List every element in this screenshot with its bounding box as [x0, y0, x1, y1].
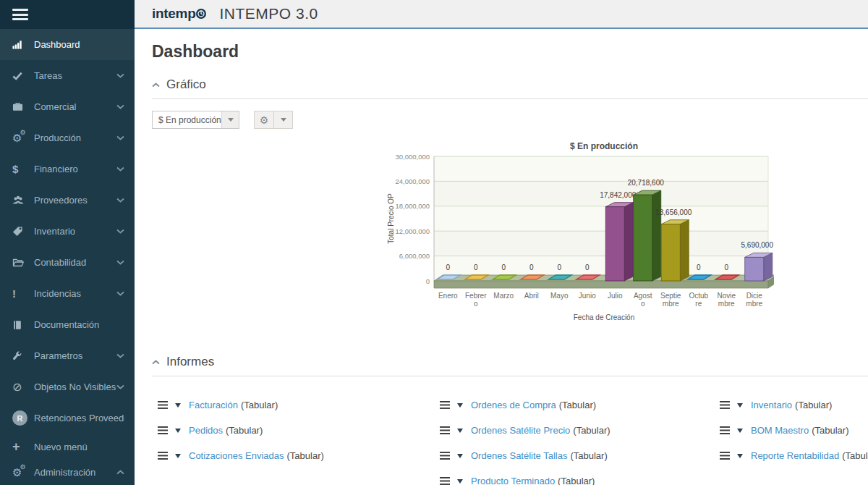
report-link[interactable]: BOM Maestro	[751, 425, 809, 436]
dollar-icon: $	[12, 163, 34, 175]
chart-metric-select-value: $ En producción	[153, 111, 221, 128]
section-header-grafico[interactable]: Gráfico	[152, 77, 851, 92]
sidebar-item-administracion[interactable]: ⚙⚙Administración	[0, 460, 135, 485]
production-chart: 06,000,00012,000,00018,000,00024,000,000…	[383, 138, 774, 333]
caret-down-icon[interactable]	[457, 479, 463, 484]
menu-icon[interactable]	[440, 401, 450, 409]
caret-down-icon[interactable]	[457, 403, 463, 408]
svg-text:18,000,000: 18,000,000	[395, 202, 430, 210]
clock-o-icon	[196, 9, 206, 19]
svg-text:Octub: Octub	[689, 292, 708, 300]
sidebar-item-documentacion[interactable]: Documentación	[0, 309, 135, 340]
app-title: INTEMPO 3.0	[219, 5, 318, 22]
sidebar-item-label: Nuevo menú	[34, 442, 124, 452]
sidebar: DashboardTareasComercial⚙⚙Producción$Fin…	[0, 0, 135, 485]
report-type: (Tabular)	[573, 425, 610, 436]
svg-text:6,000,000: 6,000,000	[399, 252, 430, 260]
caret-down-icon[interactable]	[175, 429, 181, 433]
report-link[interactable]: Ordenes Satélite Tallas	[471, 450, 567, 461]
caret-down-icon[interactable]	[737, 454, 743, 458]
chevron-up-icon	[152, 83, 160, 88]
sidebar-menu: DashboardTareasComercial⚙⚙Producción$Fin…	[0, 29, 135, 485]
svg-text:Junio: Junio	[579, 292, 596, 300]
caret-down-icon[interactable]	[175, 454, 181, 458]
reports-column-1: Facturación(Tabular)Pedidos(Tabular)Coti…	[158, 392, 324, 468]
sidebar-item-comercial[interactable]: Comercial	[0, 91, 135, 122]
divider	[152, 98, 868, 99]
svg-text:0: 0	[724, 263, 728, 271]
report-item-pedidos: Pedidos(Tabular)	[158, 418, 324, 443]
chevron-up-icon	[152, 360, 160, 365]
sidebar-item-label: Administración	[34, 467, 116, 478]
chevron-down-icon	[116, 166, 124, 172]
chevron-down-icon	[116, 384, 124, 389]
svg-text:Mayo: Mayo	[550, 292, 569, 300]
sidebar-item-retenciones-proveedor[interactable]: RRetenciones Proveedor	[0, 402, 135, 434]
report-link[interactable]: Cotizaciones Enviadas	[189, 450, 284, 461]
sidebar-item-nuevo-menu[interactable]: +Nuevo menú	[0, 434, 135, 460]
report-link[interactable]: Ordenes Satélite Precio	[471, 425, 570, 436]
report-type: (Tabular)	[287, 450, 324, 461]
caret-down-icon[interactable]	[737, 403, 743, 408]
svg-text:o: o	[641, 300, 645, 308]
menu-icon[interactable]	[720, 401, 730, 409]
chevron-down-icon	[116, 229, 124, 234]
menu-icon[interactable]	[158, 401, 168, 409]
report-link[interactable]: Pedidos	[189, 425, 223, 436]
sidebar-item-dashboard[interactable]: Dashboard	[0, 29, 135, 60]
menu-icon[interactable]	[440, 426, 450, 434]
menu-icon[interactable]	[720, 452, 730, 460]
svg-text:Dicie: Dicie	[746, 292, 763, 300]
sidebar-item-label: Financiero	[34, 164, 116, 174]
divider	[152, 376, 868, 376]
svg-text:$ En producción: $ En producción	[570, 141, 638, 151]
menu-icon[interactable]	[720, 426, 730, 434]
sidebar-item-tareas[interactable]: Tareas	[0, 60, 135, 91]
chevron-down-icon	[228, 118, 234, 122]
intempo-logo[interactable]: intemp	[152, 6, 206, 22]
report-type: (Tabular)	[226, 425, 263, 436]
chevron-up-icon	[116, 470, 124, 475]
select-arrow-button[interactable]	[221, 111, 239, 128]
chevron-down-icon	[116, 260, 124, 265]
menu-icon[interactable]	[158, 452, 168, 460]
report-type: (Tabular)	[559, 400, 596, 410]
sidebar-item-label: Objetos No Visibles	[34, 381, 116, 392]
svg-text:0: 0	[585, 263, 590, 271]
report-item-producto-terminado: Producto Terminado(Tabular)	[440, 468, 610, 485]
menu-icon[interactable]	[440, 477, 450, 485]
caret-down-icon[interactable]	[457, 454, 463, 458]
report-link[interactable]: Ordenes de Compra	[471, 400, 556, 410]
report-link[interactable]: Facturación	[189, 400, 238, 410]
report-link[interactable]: Reporte Rentabilidad	[751, 450, 839, 461]
menu-toggle-icon[interactable]	[12, 9, 28, 20]
report-type: (Tabular)	[842, 450, 868, 461]
logo-text: intemp	[152, 6, 195, 22]
svg-text:Enero: Enero	[438, 292, 458, 300]
svg-text:5,690,000: 5,690,000	[741, 241, 774, 249]
sidebar-item-financiero[interactable]: $Financiero	[0, 153, 135, 185]
caret-down-icon[interactable]	[457, 429, 463, 433]
svg-text:Total Precio OP: Total Precio OP	[387, 193, 395, 244]
sidebar-item-proveedores[interactable]: Proveedores	[0, 185, 135, 216]
report-link[interactable]: Producto Terminado	[471, 476, 555, 485]
sidebar-item-label: Documentación	[34, 319, 124, 330]
report-item-bom-maestro: BOM Maestro(Tabular)	[720, 418, 868, 443]
menu-icon[interactable]	[158, 426, 168, 434]
caret-down-icon[interactable]	[175, 403, 181, 408]
report-type: (Tabular)	[812, 425, 848, 436]
chart-metric-select[interactable]: $ En producción	[152, 111, 239, 129]
section-header-informes[interactable]: Informes	[152, 355, 868, 369]
sidebar-item-objetos-no-visibles[interactable]: ⊘Objetos No Visibles	[0, 371, 135, 402]
sidebar-item-parametros[interactable]: Parametros	[0, 340, 135, 371]
report-type: (Tabular)	[241, 400, 278, 410]
sidebar-item-inventario[interactable]: Inventario	[0, 216, 135, 247]
sidebar-item-produccion[interactable]: ⚙⚙Producción	[0, 122, 135, 153]
chart-settings-dropdown-button[interactable]	[273, 111, 292, 128]
sidebar-item-contabilidad[interactable]: Contabilidad	[0, 247, 135, 278]
sidebar-item-incidencias[interactable]: !Incidencias	[0, 278, 135, 309]
menu-icon[interactable]	[440, 452, 450, 460]
report-link[interactable]: Inventario	[751, 400, 792, 410]
caret-down-icon[interactable]	[737, 429, 743, 433]
chart-settings-button[interactable]: ⚙	[255, 111, 273, 128]
